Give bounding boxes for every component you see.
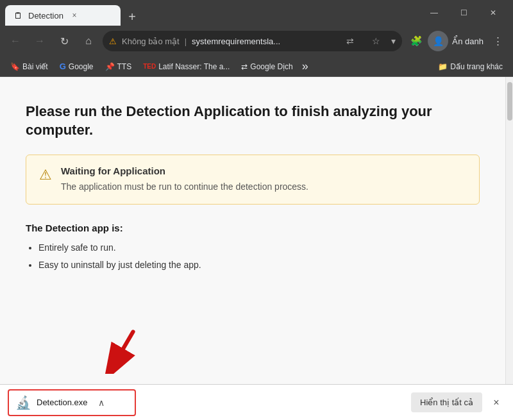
maximize-button[interactable]: ☐: [449, 3, 478, 23]
browser-window: 🗒 Detection × + — ☐ ✕ ← → ↻ ⌂ ⚠ Không bả…: [0, 0, 513, 420]
page-heading: Please run the Detection Application to …: [26, 103, 480, 139]
bookmark-google-dich-icon: ⇄: [241, 62, 248, 71]
warning-content: Waiting for Application The application …: [61, 165, 308, 194]
tab-favicon-icon: 🗒: [14, 11, 22, 21]
bookmark-google[interactable]: G Google: [55, 59, 99, 74]
bookmark-bai-viet-icon: 🔖: [10, 62, 20, 71]
bookmark-ted-label: Latif Nasser: The a...: [158, 62, 230, 71]
address-bar[interactable]: ⚠ Không bảo mật | systemrequirementsla..…: [103, 31, 402, 51]
bookmark-google-icon: G: [60, 62, 66, 71]
download-close-button[interactable]: ×: [487, 394, 505, 412]
more-menu-button[interactable]: ⋮: [487, 31, 508, 51]
incognito-button[interactable]: 👤: [428, 31, 448, 51]
url-text: systemrequirementsla...: [192, 37, 335, 46]
bullet-safe: Entirely safe to run.: [38, 241, 480, 255]
warning-box: ⚠ Waiting for Application The applicatio…: [26, 155, 480, 205]
tab-close-button[interactable]: ×: [69, 10, 80, 21]
bookmark-tts-label: TTS: [117, 62, 132, 71]
incognito-label: Ẩn danh: [452, 37, 484, 46]
insecure-label: Không bảo mật: [122, 37, 180, 46]
download-file-icon: 🔬: [15, 395, 31, 410]
scrollbar-thumb[interactable]: [507, 82, 512, 121]
download-chevron-icon[interactable]: ∧: [98, 398, 105, 408]
page-content: Please run the Detection Application to …: [0, 77, 505, 384]
tab-favicon: 🗒: [13, 10, 23, 21]
bookmark-tts[interactable]: 📌 TTS: [100, 60, 137, 74]
dropdown-icon: ▾: [391, 36, 396, 46]
back-button[interactable]: ←: [5, 31, 26, 51]
address-separator: |: [185, 37, 187, 46]
security-warning-icon: ⚠: [109, 37, 117, 46]
bookmark-bai-viet-label: Bài viết: [22, 62, 48, 71]
title-bar: 🗒 Detection × + — ☐ ✕: [0, 0, 513, 26]
other-bookmarks-label: Dấu trang khác: [450, 62, 503, 71]
bookmark-bai-viet[interactable]: 🔖 Bài viết: [5, 60, 53, 74]
detection-info: The Detection app is: Entirely safe to r…: [26, 223, 480, 272]
warning-text: The application must be run to continue …: [61, 180, 308, 194]
active-tab[interactable]: 🗒 Detection ×: [5, 5, 121, 26]
other-bookmarks[interactable]: 📁 Dấu trang khác: [433, 60, 508, 74]
show-all-button[interactable]: Hiển thị tất cả: [411, 392, 482, 412]
download-item-name: Detection.exe: [37, 398, 88, 407]
bookmark-google-dich[interactable]: ⇄ Google Dịch: [236, 60, 298, 74]
tab-title: Detection: [28, 11, 63, 21]
close-button[interactable]: ✕: [478, 3, 508, 23]
other-bookmarks-icon: 📁: [438, 62, 448, 71]
home-button[interactable]: ⌂: [78, 31, 99, 51]
content-area: Please run the Detection Application to …: [0, 77, 513, 384]
translate-icon[interactable]: ⇄: [340, 31, 360, 51]
bookmark-tts-icon: 📌: [105, 62, 115, 71]
bookmark-ted-icon: TED: [143, 63, 156, 70]
warning-title: Waiting for Application: [61, 165, 308, 176]
forward-button[interactable]: →: [29, 31, 50, 51]
download-bar: 🔬 Detection.exe ∧ Hiển thị tất cả ×: [0, 384, 513, 420]
detection-info-title: The Detection app is:: [26, 223, 480, 233]
browser-toolbar: ← → ↻ ⌂ ⚠ Không bảo mật | systemrequirem…: [0, 26, 513, 56]
reload-button[interactable]: ↻: [54, 31, 74, 51]
scrollbar[interactable]: [505, 77, 513, 384]
more-bookmarks-button[interactable]: »: [299, 58, 311, 74]
warning-icon: ⚠: [39, 167, 52, 183]
tab-area: 🗒 Detection × +: [5, 0, 412, 26]
window-controls: — ☐ ✕: [419, 3, 508, 23]
star-icon[interactable]: ☆: [366, 31, 386, 51]
bookmark-ted[interactable]: TED Latif Nasser: The a...: [138, 60, 235, 74]
extensions-button[interactable]: 🧩: [406, 31, 426, 51]
toolbar-actions: 🧩 👤 Ẩn danh ⋮: [406, 31, 508, 51]
new-tab-button[interactable]: +: [123, 8, 141, 26]
bookmark-google-dich-label: Google Dịch: [250, 62, 292, 71]
detection-bullet-list: Entirely safe to run. Easy to uninstall …: [26, 241, 480, 272]
bookmarks-bar: 🔖 Bài viết G Google 📌 TTS TED Latif Nass…: [0, 56, 513, 77]
bullet-uninstall: Easy to uninstall by just deleting the a…: [38, 258, 480, 272]
bookmark-google-label: Google: [69, 62, 94, 71]
minimize-button[interactable]: —: [419, 3, 449, 23]
download-item[interactable]: 🔬 Detection.exe ∧: [8, 389, 136, 416]
